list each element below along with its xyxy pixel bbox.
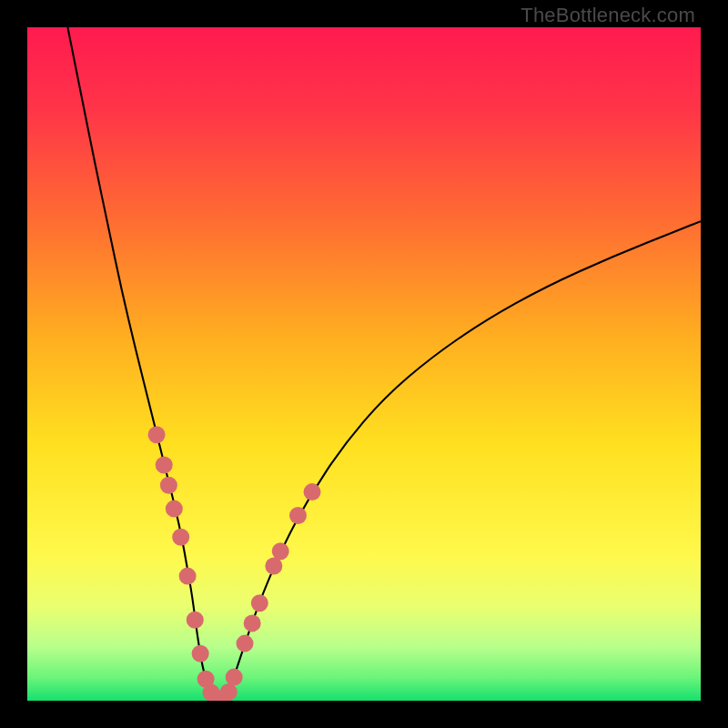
data-marker (304, 483, 321, 500)
curve-layer (27, 27, 701, 701)
data-marker (179, 568, 197, 585)
data-marker (148, 426, 166, 443)
bottleneck-curve (67, 27, 701, 700)
data-marker (289, 507, 307, 524)
data-marker (192, 645, 209, 662)
data-marker (160, 477, 177, 494)
data-marker (226, 669, 243, 686)
outer-frame: TheBottleneck.com (0, 0, 728, 728)
data-marker (156, 457, 173, 474)
marker-group (148, 426, 321, 701)
data-marker (265, 558, 282, 575)
data-marker (272, 542, 289, 560)
data-marker (187, 612, 204, 629)
data-marker (172, 529, 189, 546)
data-marker (220, 683, 238, 701)
data-marker (244, 614, 261, 632)
plot-area (27, 27, 701, 701)
data-marker (166, 500, 183, 518)
data-marker (237, 635, 254, 652)
watermark-text: TheBottleneck.com (521, 4, 695, 27)
data-marker (251, 594, 268, 612)
